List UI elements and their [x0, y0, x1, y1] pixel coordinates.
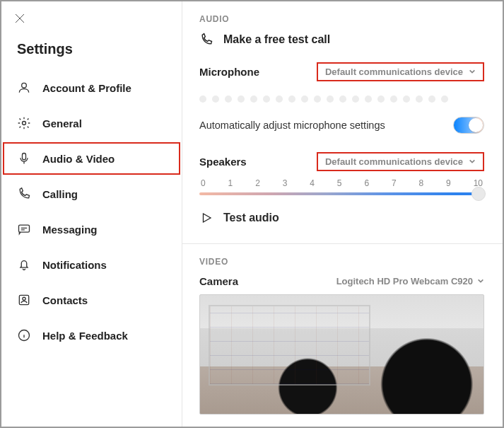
microphone-device-value: Default communications device [325, 66, 463, 77]
person-icon [17, 81, 31, 95]
bell-icon [17, 258, 31, 272]
toggle-knob [469, 118, 483, 132]
sidebar-item-label: Messaging [42, 224, 98, 236]
svg-point-0 [22, 83, 27, 88]
microphone-device-dropdown[interactable]: Default communications device [317, 62, 484, 81]
sidebar-item-messaging[interactable]: Messaging [1, 212, 182, 247]
test-audio-button[interactable]: Test audio [199, 211, 484, 225]
section-video-label: VIDEO [199, 257, 484, 267]
info-icon [17, 328, 31, 342]
sidebar-item-calling[interactable]: Calling [1, 176, 182, 212]
gear-icon [17, 116, 31, 130]
sidebar-item-label: Audio & Video [42, 153, 115, 165]
svg-point-1 [23, 122, 26, 125]
microphone-icon [17, 151, 31, 166]
sidebar-item-label: Account & Profile [42, 82, 131, 94]
sidebar-item-help-feedback[interactable]: Help & Feedback [1, 318, 182, 353]
test-audio-label: Test audio [223, 212, 279, 224]
sidebar-item-label: Help & Feedback [42, 330, 128, 342]
main-panel: AUDIO Make a free test call Microphone D… [182, 1, 503, 427]
chevron-down-icon [469, 156, 476, 167]
camera-label: Camera [199, 275, 238, 287]
speakers-device-value: Default communications device [325, 156, 463, 167]
sidebar-item-general[interactable]: General [1, 105, 182, 141]
sidebar-item-label: Contacts [42, 294, 88, 306]
divider [182, 243, 503, 244]
svg-rect-3 [19, 225, 30, 232]
svg-rect-2 [23, 154, 26, 160]
close-button[interactable] [1, 8, 27, 34]
phone-icon [17, 187, 31, 201]
contacts-icon [17, 293, 31, 307]
section-audio-label: AUDIO [199, 14, 484, 24]
chevron-down-icon [477, 276, 484, 287]
test-call-row[interactable]: Make a free test call [199, 33, 484, 47]
test-call-label: Make a free test call [223, 33, 330, 46]
speakers-label: Speakers [199, 156, 247, 168]
close-icon [14, 13, 25, 24]
microphone-label: Microphone [199, 66, 259, 78]
camera-device-dropdown[interactable]: Logitech HD Pro Webcam C920 [336, 276, 484, 287]
chevron-down-icon [469, 66, 476, 77]
page-title: Settings [1, 34, 182, 70]
speakers-device-dropdown[interactable]: Default communications device [317, 152, 484, 171]
camera-preview [199, 294, 484, 415]
svg-point-5 [23, 297, 25, 300]
sidebar-item-audio-video[interactable]: Audio & Video [1, 141, 182, 176]
slider-thumb[interactable] [471, 187, 486, 201]
sidebar-item-label: Calling [42, 188, 78, 200]
sidebar-item-contacts[interactable]: Contacts [1, 282, 182, 318]
volume-ticks: 012345678910 [199, 178, 484, 188]
phone-outline-icon [199, 33, 213, 47]
sidebar-item-notifications[interactable]: Notifications [1, 247, 182, 282]
play-icon [199, 211, 213, 225]
auto-adjust-toggle[interactable] [453, 117, 484, 134]
sidebar-item-account-profile[interactable]: Account & Profile [1, 70, 182, 105]
microphone-level-meter [199, 88, 484, 117]
auto-adjust-label: Automatically adjust microphone settings [199, 120, 385, 131]
chat-icon [17, 222, 31, 236]
sidebar: Settings Account & Profile General Audio… [1, 1, 182, 427]
sidebar-item-label: General [42, 117, 82, 129]
speaker-volume-slider[interactable] [199, 192, 484, 195]
sidebar-item-label: Notifications [42, 259, 107, 271]
camera-device-value: Logitech HD Pro Webcam C920 [336, 276, 473, 287]
